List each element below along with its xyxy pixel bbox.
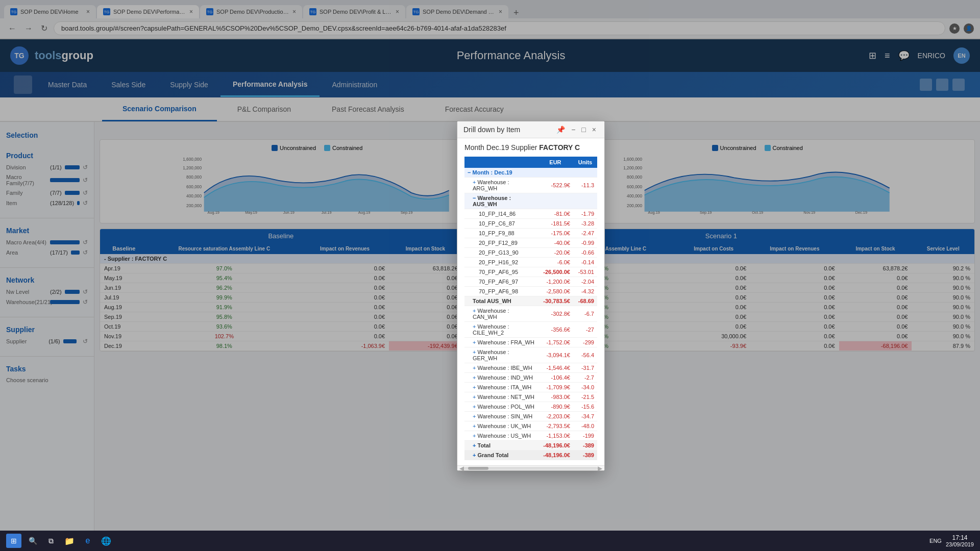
modal-table-row: − Month : Dec.19 bbox=[464, 168, 597, 178]
taskbar-lang: ENG bbox=[929, 538, 942, 544]
modal-minimize-button[interactable]: − bbox=[569, 126, 577, 134]
row-total-label: + Total bbox=[464, 441, 537, 450]
modal-title-bar: Drill down by Item 📌 − □ × bbox=[457, 121, 604, 138]
expand-ind-icon[interactable]: + bbox=[473, 374, 476, 381]
row-month-units bbox=[573, 168, 597, 178]
expand-ibe-icon[interactable]: + bbox=[473, 365, 476, 371]
start-button[interactable]: ⊞ bbox=[6, 534, 21, 548]
chrome-button[interactable]: 🌐 bbox=[99, 534, 113, 548]
modal-table-row: 70_FP_AF6_98 -2,580.0€ -4.32 bbox=[464, 287, 597, 296]
taskbar-right: ENG 17:14 23/09/2019 bbox=[929, 534, 974, 547]
task-view-button[interactable]: ⧉ bbox=[44, 534, 58, 548]
row-item-units: -1.79 bbox=[573, 209, 597, 219]
row-item-units: -2.04 bbox=[573, 277, 597, 287]
row-ger-units: -56.4 bbox=[573, 347, 597, 363]
scrollbar-thumb[interactable] bbox=[468, 467, 488, 470]
row-arg-eur: -522.9€ bbox=[537, 178, 573, 193]
row-item-eur: -20.0€ bbox=[537, 248, 573, 258]
modal-close-button[interactable]: × bbox=[590, 126, 598, 134]
expand-net-icon[interactable]: + bbox=[473, 394, 476, 400]
row-ibe-eur: -1,546.4€ bbox=[537, 363, 573, 373]
expand-sin-icon[interactable]: + bbox=[473, 413, 476, 419]
task-view-icon: ⧉ bbox=[48, 537, 54, 545]
row-aus-units bbox=[573, 193, 597, 209]
row-ibe-label: + Warehouse : IBE_WH bbox=[464, 363, 537, 373]
row-month-label: − Month : Dec.19 bbox=[464, 168, 537, 178]
row-net-units: -21.5 bbox=[573, 392, 597, 402]
row-sin-units: -34.7 bbox=[573, 412, 597, 421]
row-fra-eur: -1,752.0€ bbox=[537, 338, 573, 347]
modal-maximize-button[interactable]: □ bbox=[579, 126, 587, 134]
modal-title: Drill down by Item bbox=[463, 126, 520, 134]
expand-pol-icon[interactable]: + bbox=[473, 404, 476, 410]
modal-table-row: + Warehouse : NET_WH -983.0€ -21.5 bbox=[464, 392, 597, 402]
th-modal-name bbox=[464, 157, 537, 168]
row-total-eur: -48,196.0€ bbox=[537, 441, 573, 450]
modal-table-row: + Warehouse : FRA_WH -1,752.0€ -299 bbox=[464, 338, 597, 347]
row-cile-label: + Warehouse : CILE_WH_2 bbox=[464, 322, 537, 338]
row-us-label: + Warehouse : US_WH bbox=[464, 431, 537, 441]
modal-table-row: + Warehouse : IBE_WH -1,546.4€ -31.7 bbox=[464, 363, 597, 373]
collapse-month-icon[interactable]: − bbox=[468, 169, 471, 176]
modal-overlay: Drill down by Item 📌 − □ × Month Dec.19 … bbox=[0, 0, 980, 551]
taskbar-clock: 17:14 23/09/2019 bbox=[946, 534, 974, 547]
ie-button[interactable]: e bbox=[81, 534, 95, 548]
row-total-units: -389 bbox=[573, 441, 597, 450]
taskbar-time: 17:14 bbox=[946, 534, 974, 541]
row-aus-eur bbox=[537, 193, 573, 209]
modal-table-row: 10_FP_C6_87 -181.5€ -3.28 bbox=[464, 219, 597, 229]
taskbar-date: 23/09/2019 bbox=[946, 541, 974, 547]
row-arg-units: -11.3 bbox=[573, 178, 597, 193]
row-item-eur: -81.0€ bbox=[537, 209, 573, 219]
row-ger-eur: -3,094.1€ bbox=[537, 347, 573, 363]
expand-can-icon[interactable]: + bbox=[473, 308, 476, 314]
row-cile-units: -27 bbox=[573, 322, 597, 338]
modal-pin-button[interactable]: 📌 bbox=[554, 126, 567, 134]
expand-ger-icon[interactable]: + bbox=[473, 349, 476, 355]
row-item-label: 70_FP_AF6_97 bbox=[464, 277, 537, 287]
row-item-units: -0.14 bbox=[573, 258, 597, 267]
row-sin-eur: -2,203.0€ bbox=[537, 412, 573, 421]
row-can-label: + Warehouse : CAN_WH bbox=[464, 306, 537, 322]
search-taskbar-button[interactable]: 🔍 bbox=[26, 534, 40, 548]
expand-arg-icon[interactable]: + bbox=[473, 179, 476, 185]
row-item-eur: -175.0€ bbox=[537, 229, 573, 238]
collapse-aus-icon[interactable]: − bbox=[473, 195, 476, 201]
modal-table-row: 10_FP_F9_88 -175.0€ -2.47 bbox=[464, 229, 597, 238]
th-modal-eur: EUR bbox=[537, 157, 573, 168]
row-uk-units: -48.0 bbox=[573, 421, 597, 431]
file-explorer-icon: 📁 bbox=[64, 536, 75, 546]
row-pol-label: + Warehouse : POL_WH bbox=[464, 402, 537, 412]
row-item-eur: -2,580.0€ bbox=[537, 287, 573, 296]
row-grand-total-units: -389 bbox=[573, 450, 597, 460]
modal-month-header: Month Dec.19 Supplier FACTORY C bbox=[464, 143, 597, 152]
file-explorer-button[interactable]: 📁 bbox=[62, 534, 77, 548]
modal-table-row: 20_FP_G13_90 -20.0€ -0.66 bbox=[464, 248, 597, 258]
modal-table-row: + Warehouse : CILE_WH_2 -356.6€ -27 bbox=[464, 322, 597, 338]
scroll-left-icon[interactable]: ◀ bbox=[459, 465, 464, 472]
modal-month-label: Month bbox=[464, 143, 486, 152]
expand-fra-icon[interactable]: + bbox=[473, 339, 476, 345]
row-item-units: -0.99 bbox=[573, 238, 597, 248]
expand-grand-total-icon[interactable]: + bbox=[473, 452, 476, 458]
scroll-right-icon[interactable]: ▶ bbox=[598, 465, 602, 472]
scrollbar-track[interactable] bbox=[464, 467, 598, 470]
expand-total-icon[interactable]: + bbox=[473, 442, 476, 448]
expand-cile-icon[interactable]: + bbox=[473, 323, 476, 330]
expand-us-icon[interactable]: + bbox=[473, 433, 476, 439]
expand-ita-icon[interactable]: + bbox=[473, 384, 476, 390]
modal-table-row: + Warehouse : ITA_WH -1,709.9€ -34.0 bbox=[464, 383, 597, 392]
search-taskbar-icon: 🔍 bbox=[29, 537, 37, 545]
modal-table-row: + Grand Total -48,196.0€ -389 bbox=[464, 450, 597, 460]
row-ind-label: + Warehouse : IND_WH bbox=[464, 373, 537, 383]
row-item-eur: -40.0€ bbox=[537, 238, 573, 248]
row-ita-units: -34.0 bbox=[573, 383, 597, 392]
modal-table-row: + Warehouse : IND_WH -106.4€ -2.7 bbox=[464, 373, 597, 383]
taskbar-left: ⊞ 🔍 ⧉ 📁 e 🌐 bbox=[6, 534, 113, 548]
row-fra-label: + Warehouse : FRA_WH bbox=[464, 338, 537, 347]
row-total-aus-label: Total AUS_WH bbox=[464, 296, 537, 306]
modal-controls: 📌 − □ × bbox=[554, 126, 598, 134]
row-item-label: 20_FP_H16_92 bbox=[464, 258, 537, 267]
expand-uk-icon[interactable]: + bbox=[473, 423, 476, 429]
row-ger-label: + Warehouse : GER_WH bbox=[464, 347, 537, 363]
